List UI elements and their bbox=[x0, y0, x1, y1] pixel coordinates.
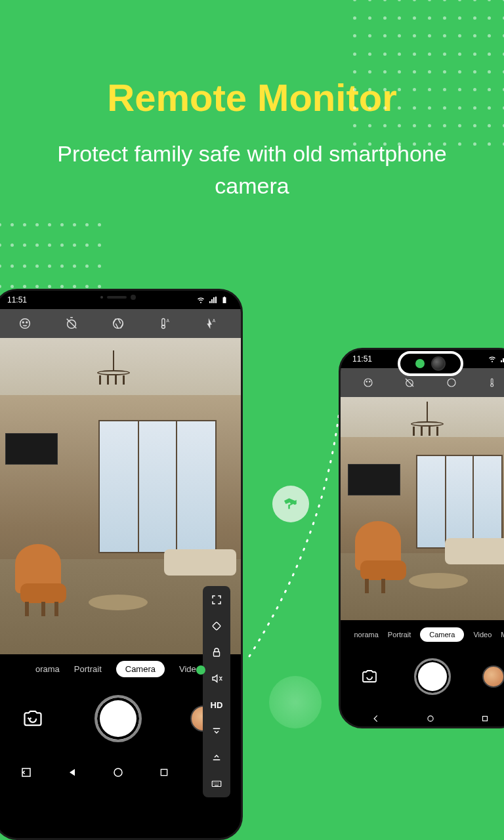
svg-point-2 bbox=[26, 322, 28, 323]
nav-home-icon-r[interactable] bbox=[425, 713, 436, 724]
scene-tv bbox=[5, 433, 58, 465]
active-light-icon bbox=[415, 359, 425, 368]
camera-lens-icon bbox=[431, 356, 446, 371]
shutter-button[interactable] bbox=[94, 695, 142, 742]
floating-menu[interactable]: HD bbox=[203, 586, 230, 797]
shutter-button-r[interactable] bbox=[414, 658, 451, 695]
mode-more-r[interactable]: M bbox=[501, 631, 504, 639]
camera-viewfinder-right[interactable] bbox=[341, 397, 504, 620]
svg-point-18 bbox=[366, 381, 368, 383]
svg-point-1 bbox=[23, 322, 24, 323]
temperature-auto-icon[interactable]: A bbox=[157, 316, 173, 331]
face-beauty-icon-r[interactable] bbox=[360, 375, 376, 390]
phone-left: 11:51 A A bbox=[0, 289, 243, 840]
nav-hide-icon[interactable] bbox=[19, 765, 33, 780]
phone-notch bbox=[82, 291, 154, 304]
mute-icon[interactable] bbox=[209, 671, 224, 686]
svg-point-12 bbox=[114, 768, 122, 776]
flip-camera-icon[interactable] bbox=[20, 705, 46, 732]
status-time-right: 11:51 bbox=[352, 354, 372, 364]
mode-panorama[interactable]: orama bbox=[35, 664, 60, 674]
svg-point-19 bbox=[369, 381, 370, 383]
android-nav-bar-right bbox=[341, 707, 504, 728]
scene-chair bbox=[15, 544, 74, 616]
svg-point-17 bbox=[364, 379, 372, 387]
nav-home-icon[interactable] bbox=[111, 765, 125, 780]
svg-rect-22 bbox=[492, 379, 494, 384]
capture-row-right bbox=[341, 649, 504, 707]
svg-point-24 bbox=[428, 716, 433, 721]
svg-point-0 bbox=[20, 319, 30, 329]
svg-point-21 bbox=[448, 379, 455, 387]
hd-toggle[interactable]: HD bbox=[209, 698, 224, 712]
dot-pattern-top-right bbox=[353, 0, 504, 151]
mode-portrait-r[interactable]: Portrait bbox=[388, 631, 411, 639]
mode-camera-r[interactable]: Camera bbox=[420, 627, 464, 642]
svg-point-23 bbox=[491, 384, 494, 387]
svg-rect-25 bbox=[483, 717, 488, 721]
phone-right: 11:51 norama Portrait Camera Video M bbox=[339, 348, 504, 728]
flash-auto-icon[interactable]: A bbox=[203, 316, 219, 331]
camera-highlight bbox=[398, 351, 463, 376]
status-bar: 11:51 bbox=[0, 291, 241, 309]
mode-portrait[interactable]: Portrait bbox=[74, 664, 102, 674]
svg-rect-13 bbox=[161, 769, 167, 775]
nav-recent-icon[interactable] bbox=[157, 765, 171, 780]
nav-back-icon-r[interactable] bbox=[371, 713, 381, 724]
mode-panorama-r[interactable]: norama bbox=[354, 631, 379, 639]
collapse-up-icon[interactable] bbox=[209, 750, 224, 765]
scene-table bbox=[89, 595, 148, 610]
flip-camera-icon-r[interactable] bbox=[356, 663, 383, 690]
scene-window bbox=[98, 420, 217, 553]
svg-rect-5 bbox=[162, 319, 165, 326]
scene-chandelier bbox=[94, 364, 133, 403]
status-time: 11:51 bbox=[7, 295, 27, 304]
decorative-blob bbox=[269, 676, 322, 728]
nav-back-icon[interactable] bbox=[65, 765, 79, 780]
svg-text:A: A bbox=[212, 318, 215, 323]
status-icons bbox=[196, 296, 229, 304]
mode-video-r[interactable]: Video bbox=[473, 631, 492, 639]
scene-sofa bbox=[164, 549, 236, 576]
nav-recent-icon-r[interactable] bbox=[480, 713, 490, 724]
gallery-thumbnail-r[interactable] bbox=[482, 665, 504, 688]
svg-text:A: A bbox=[166, 318, 169, 323]
keyboard-icon[interactable] bbox=[209, 776, 224, 791]
svg-rect-9 bbox=[213, 622, 221, 631]
camera-modes-right: norama Portrait Camera Video M bbox=[341, 620, 504, 649]
rotate-icon[interactable] bbox=[209, 619, 224, 633]
collapse-down-icon[interactable] bbox=[209, 724, 224, 738]
timer-off-icon-r[interactable] bbox=[402, 375, 417, 390]
timer-off-icon[interactable] bbox=[64, 316, 79, 331]
fullscreen-icon[interactable] bbox=[209, 593, 224, 607]
face-beauty-icon[interactable] bbox=[17, 316, 33, 331]
cctv-badge-icon bbox=[272, 486, 309, 522]
aperture-icon[interactable] bbox=[110, 316, 126, 331]
temperature-icon-r[interactable] bbox=[485, 375, 501, 390]
lock-icon[interactable] bbox=[209, 645, 224, 660]
mode-camera[interactable]: Camera bbox=[116, 661, 165, 677]
aperture-icon-r[interactable] bbox=[444, 375, 459, 390]
camera-toolbar: A A bbox=[0, 309, 241, 338]
svg-rect-10 bbox=[214, 652, 220, 657]
